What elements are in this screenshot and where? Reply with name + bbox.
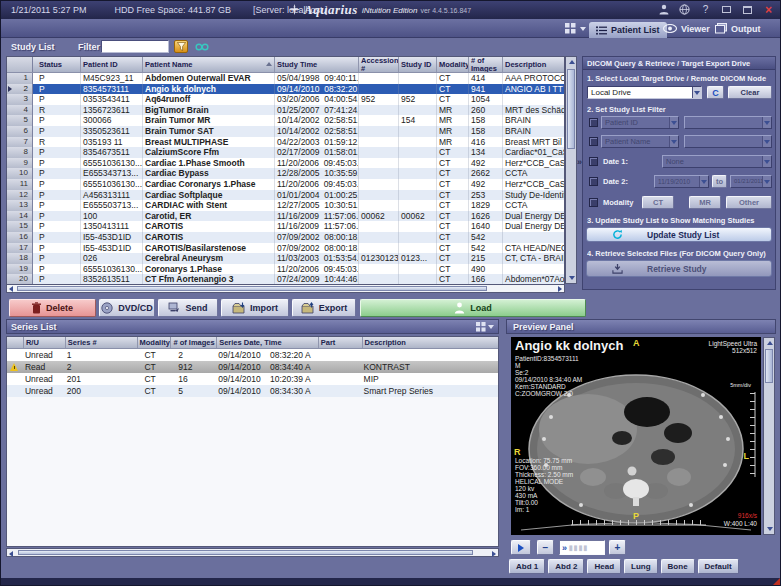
user-icon[interactable] bbox=[656, 3, 671, 16]
scroll-down-icon[interactable] bbox=[569, 276, 575, 280]
col-status[interactable]: Status bbox=[33, 57, 81, 72]
col-modality[interactable]: Modality bbox=[437, 57, 469, 72]
col-ru[interactable]: R/U bbox=[23, 337, 65, 348]
study-row[interactable]: 10PE655343713...Cardiac Bypass12/28/2005… bbox=[7, 168, 564, 179]
scroll-right-icon[interactable] bbox=[492, 551, 496, 557]
clear-filter-icon[interactable] bbox=[174, 40, 188, 53]
col-series-images[interactable]: # of Images bbox=[170, 337, 216, 348]
col-study-id[interactable]: Study ID bbox=[399, 57, 437, 72]
export-button[interactable]: Export bbox=[292, 299, 356, 317]
frame-slider[interactable]: »▮▮▮▮ bbox=[559, 540, 605, 555]
study-row[interactable]: 3P0353543411Aq64runoff03/20/2006 04:00:5… bbox=[7, 94, 564, 105]
refresh-drive-button[interactable]: C bbox=[707, 86, 724, 99]
preset-bone-button[interactable]: Bone bbox=[661, 559, 695, 574]
update-study-list-button[interactable]: Update Study List bbox=[586, 227, 772, 242]
col-num-images[interactable]: # of Images bbox=[469, 57, 503, 72]
study-row[interactable]: 15P1350413111CAROTIS11/16/2009 11:57:06.… bbox=[7, 221, 564, 232]
study-row[interactable]: 16PI55-453D1IDCAROTIS07/09/2002 08:00:18… bbox=[7, 232, 564, 243]
study-row[interactable]: 17PI55-453D1IDCAROTIS/Basilarstenose07/0… bbox=[7, 243, 564, 254]
scroll-thumb[interactable] bbox=[765, 349, 773, 383]
study-row[interactable]: 5P300066Brain Tumor MR10/14/2002 02:58:5… bbox=[7, 115, 564, 126]
col-part[interactable]: Part bbox=[318, 337, 362, 348]
clear-button[interactable]: Clear bbox=[728, 86, 772, 99]
preset-abd2-button[interactable]: Abd 2 bbox=[548, 559, 584, 574]
series-horizontal-scrollbar[interactable] bbox=[6, 548, 499, 557]
study-filter-input[interactable] bbox=[101, 40, 169, 53]
study-vertical-scrollbar[interactable] bbox=[565, 56, 577, 284]
col-patient-id[interactable]: Patient ID bbox=[81, 57, 143, 72]
filter-field-select[interactable]: Patient ID bbox=[601, 116, 679, 129]
tab-viewer[interactable]: Viewer bbox=[663, 21, 710, 36]
scroll-up-icon[interactable] bbox=[767, 341, 773, 345]
preset-lung-button[interactable]: Lung bbox=[624, 559, 658, 574]
send-button[interactable]: Send bbox=[158, 299, 218, 317]
ct-preview-image[interactable]: Angio kk dolnych PatientID:8354573111 M … bbox=[511, 337, 761, 535]
study-row[interactable]: 19P65551036130...Coronarys 1.Phase11/20/… bbox=[7, 264, 564, 275]
scroll-right-icon[interactable] bbox=[558, 286, 562, 292]
patient-id-checkbox[interactable] bbox=[589, 118, 598, 127]
dvd-cd-button[interactable]: DVD/CD bbox=[99, 299, 155, 317]
retrieve-study-button[interactable]: Retrieve Study bbox=[586, 260, 772, 277]
series-layout-button[interactable] bbox=[476, 321, 494, 332]
help-icon[interactable]: ? bbox=[698, 3, 713, 16]
date-from-select[interactable]: 11/19/2010 bbox=[654, 175, 709, 188]
date-to-select[interactable]: 01/21/2011 bbox=[730, 175, 772, 188]
study-row[interactable]: 9P65551036130...Cardiac 1.Phase Smooth11… bbox=[7, 158, 564, 169]
scroll-left-icon[interactable] bbox=[9, 551, 13, 557]
study-row[interactable]: 4R1356723611BigTumor Brain01/25/2007 07:… bbox=[7, 105, 564, 116]
date-to-button[interactable]: to bbox=[712, 175, 727, 188]
series-row[interactable]: Unread1CT209/14/201008:32:20 A bbox=[7, 349, 498, 361]
scroll-thumb[interactable] bbox=[567, 69, 575, 149]
restore-window-icon[interactable] bbox=[740, 3, 755, 16]
study-row[interactable]: 14P100Carotid, ER11/16/2009 11:57:06...0… bbox=[7, 211, 564, 222]
date2-checkbox[interactable] bbox=[589, 177, 598, 186]
col-series-datetime[interactable]: Series Date, Time bbox=[216, 337, 318, 348]
study-row[interactable]: 2P8354573111Angio kk dolnych09/14/2010 0… bbox=[7, 84, 564, 95]
filter-field-select[interactable]: Patient Name bbox=[601, 135, 679, 148]
modality-checkbox[interactable] bbox=[589, 198, 598, 207]
study-row[interactable]: 8P8354673511CalziumScore Ffm02/17/2009 0… bbox=[7, 147, 564, 158]
import-button[interactable]: Import bbox=[221, 299, 289, 317]
zoom-in-button[interactable]: + bbox=[609, 540, 626, 555]
series-row[interactable]: Unread200CT509/14/201008:34:30 ASmart Pr… bbox=[7, 385, 498, 397]
play-button[interactable] bbox=[511, 540, 531, 555]
target-drive-select[interactable]: Local Drive bbox=[587, 86, 702, 99]
col-patient-name[interactable]: Patient Name bbox=[143, 57, 275, 72]
close-window-icon[interactable]: × bbox=[761, 3, 776, 16]
series-row[interactable]: Read2CT91209/14/201008:34:40 AKONTRAST bbox=[7, 361, 498, 373]
col-description[interactable]: Description bbox=[503, 57, 564, 72]
scroll-up-icon[interactable] bbox=[569, 60, 575, 64]
preset-default-button[interactable]: Default bbox=[698, 559, 739, 574]
minimize-window-icon[interactable] bbox=[719, 3, 734, 16]
filter-value-select[interactable] bbox=[684, 135, 772, 148]
search-studies-icon[interactable] bbox=[195, 40, 209, 53]
series-row[interactable]: Unread201CT1609/14/201010:20:39 AMIP bbox=[7, 373, 498, 385]
col-accession[interactable]: Accession # bbox=[359, 57, 399, 72]
tab-output[interactable]: Output bbox=[715, 21, 761, 36]
modality-mr-button[interactable]: MR bbox=[689, 196, 721, 209]
delete-button[interactable]: Delete bbox=[9, 299, 96, 317]
layout-dropdown-button[interactable] bbox=[565, 21, 586, 36]
study-row[interactable]: 1PM45C923_11Abdomen Outerwall EVAR05/04/… bbox=[7, 73, 564, 84]
study-row[interactable]: 18P026Cerebral Aneurysm11/03/2003 01:53:… bbox=[7, 253, 564, 264]
col-series-description[interactable]: Description bbox=[362, 337, 498, 348]
study-row[interactable]: 6P3350523611Brain Tumor SAT10/14/2002 02… bbox=[7, 126, 564, 137]
study-row[interactable]: 12PA456313111Cardiac Softplaque01/01/200… bbox=[7, 190, 564, 201]
modality-other-button[interactable]: Other bbox=[726, 196, 772, 209]
study-horizontal-scrollbar[interactable] bbox=[6, 284, 565, 293]
study-row[interactable]: 7R035193 11Breast MULTIPHASE04/22/2003 0… bbox=[7, 137, 564, 148]
date1-select[interactable]: None bbox=[662, 155, 772, 168]
col-series-number[interactable]: Series # bbox=[65, 337, 137, 348]
tab-patient-list[interactable]: Patient List bbox=[589, 22, 667, 38]
study-row[interactable]: 13PE655503713...CARDIAC with Stent12/27/… bbox=[7, 200, 564, 211]
preset-abd1-button[interactable]: Abd 1 bbox=[509, 559, 545, 574]
modality-ct-button[interactable]: CT bbox=[642, 196, 674, 209]
resize-handle[interactable] bbox=[773, 578, 780, 585]
scroll-thumb[interactable] bbox=[18, 550, 473, 555]
preview-scrollbar[interactable] bbox=[763, 337, 775, 535]
filter-value-select[interactable] bbox=[684, 116, 772, 129]
scroll-thumb[interactable] bbox=[17, 286, 487, 291]
load-button[interactable]: Load bbox=[360, 299, 586, 317]
network-icon[interactable] bbox=[677, 3, 692, 16]
col-series-modality[interactable]: Modality bbox=[137, 337, 171, 348]
